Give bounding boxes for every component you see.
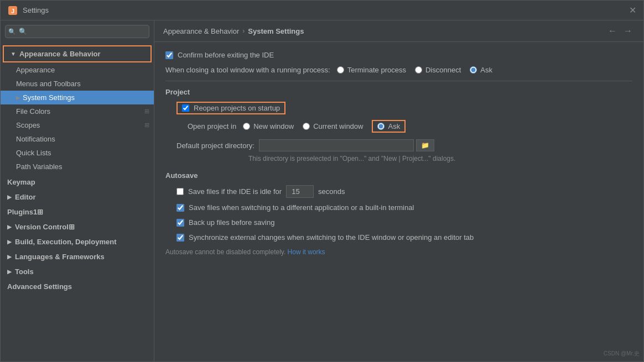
- ask-project-radio[interactable]: [377, 123, 385, 130]
- sidebar-item-label: Menus and Toolbars: [16, 80, 81, 88]
- breadcrumb-parent: Appearance & Behavior: [163, 27, 239, 35]
- version-control-icon: ⊞: [69, 223, 75, 231]
- ask-radio-label[interactable]: Ask: [470, 66, 492, 74]
- backup-row: Back up files before saving: [165, 218, 632, 227]
- chevron-down-icon: ▼: [11, 51, 16, 57]
- sync-label[interactable]: Synchronize external changes when switch…: [176, 233, 474, 242]
- sidebar-item-editor[interactable]: ▶ Editor: [1, 188, 154, 203]
- breadcrumb-separator: ›: [242, 27, 245, 35]
- sidebar-item-appearance[interactable]: Appearance: [1, 63, 154, 77]
- dir-input[interactable]: [259, 139, 414, 151]
- autosave-section-label: Autosave: [165, 171, 632, 180]
- open-project-radio-group: New window Current window Ask: [243, 120, 406, 133]
- confirm-exit-checkbox[interactable]: [165, 51, 173, 59]
- dir-browse-button[interactable]: 📁: [416, 139, 434, 151]
- breadcrumb-current: System Settings: [248, 27, 304, 35]
- sidebar-item-scopes[interactable]: Scopes ⊞: [1, 118, 154, 132]
- project-section-label: Project: [165, 88, 632, 96]
- sidebar: 🔍 ▼ Appearance & Behavior Appearance Men…: [1, 20, 154, 361]
- new-window-radio[interactable]: [243, 123, 250, 130]
- reopen-label[interactable]: Reopen projects on startup: [176, 102, 285, 114]
- save-switching-row: Save files when switching to a different…: [165, 203, 632, 212]
- current-window-radio[interactable]: [303, 123, 310, 130]
- file-colors-icon: ⊞: [144, 108, 149, 115]
- reopen-row: Reopen projects on startup: [176, 102, 632, 114]
- dir-hint: This directory is preselected in "Open..…: [176, 155, 632, 162]
- open-project-label: Open project in: [188, 122, 236, 130]
- chevron-right-icon: ▶: [7, 254, 12, 260]
- divider-1: [165, 81, 632, 81]
- tool-window-label: When closing a tool window with a runnin…: [165, 66, 330, 74]
- save-switching-checkbox[interactable]: [176, 204, 184, 212]
- sidebar-item-notifications[interactable]: Notifications: [1, 132, 154, 146]
- sidebar-item-label: Quick Lists: [16, 149, 51, 157]
- sidebar-item-appearance-behavior[interactable]: ▼ Appearance & Behavior: [3, 45, 152, 62]
- sync-row: Synchronize external changes when switch…: [165, 233, 632, 242]
- sidebar-item-label: Keymap: [7, 178, 35, 186]
- how-it-works-link[interactable]: How it works: [288, 248, 325, 256]
- breadcrumb-nav: ← →: [606, 26, 635, 36]
- dir-row: Default project directory: 📁: [176, 139, 632, 151]
- sidebar-item-languages-frameworks[interactable]: ▶ Languages & Frameworks: [1, 248, 154, 263]
- sidebar-item-plugins[interactable]: Plugins 1 ⊞: [1, 203, 154, 218]
- sidebar-item-label: File Colors: [16, 107, 50, 116]
- svg-text:J: J: [11, 8, 14, 14]
- dir-label: Default project directory:: [176, 141, 255, 150]
- ask-radio[interactable]: [470, 66, 477, 74]
- sidebar-item-label: System Settings: [23, 93, 75, 102]
- main-content: 🔍 ▼ Appearance & Behavior Appearance Men…: [1, 20, 643, 361]
- disconnect-radio-label[interactable]: Disconnect: [415, 66, 461, 74]
- search-icon: 🔍: [8, 28, 16, 35]
- settings-window: J Settings ✕ 🔍 ▼ Appearance & Behavior A…: [0, 0, 644, 362]
- seconds-label: seconds: [318, 187, 345, 196]
- settings-content: Confirm before exiting the IDE When clos…: [154, 42, 643, 265]
- sidebar-item-system-settings[interactable]: ▶ System Settings: [1, 91, 154, 104]
- scopes-icon: ⊞: [144, 122, 149, 129]
- search-box[interactable]: 🔍: [5, 25, 149, 38]
- new-window-radio-label[interactable]: New window: [243, 122, 294, 130]
- sidebar-item-file-colors[interactable]: File Colors ⊞: [1, 104, 154, 118]
- sidebar-item-quick-lists[interactable]: Quick Lists: [1, 146, 154, 160]
- watermark: CSDN @Mr.史: [604, 350, 640, 358]
- sidebar-item-label: Advanced Settings: [7, 282, 72, 291]
- forward-button[interactable]: →: [621, 26, 635, 36]
- sidebar-item-tools[interactable]: ▶ Tools: [1, 263, 154, 278]
- chevron-right-icon: ▶: [7, 224, 12, 230]
- save-idle-checkbox[interactable]: [176, 188, 184, 195]
- backup-label[interactable]: Back up files before saving: [176, 218, 274, 227]
- sidebar-item-path-variables[interactable]: Path Variables: [1, 160, 154, 174]
- confirm-exit-label[interactable]: Confirm before exiting the IDE: [165, 51, 274, 59]
- close-button[interactable]: ✕: [628, 6, 637, 15]
- save-switching-label[interactable]: Save files when switching to a different…: [176, 203, 414, 212]
- current-window-radio-label[interactable]: Current window: [303, 122, 363, 130]
- back-button[interactable]: ←: [606, 26, 619, 36]
- terminate-radio[interactable]: [337, 66, 344, 74]
- save-idle-label[interactable]: Save files if the IDE is idle for: [176, 187, 282, 196]
- terminate-radio-label[interactable]: Terminate process: [337, 66, 406, 74]
- window-title: Settings: [23, 6, 628, 14]
- project-section: Reopen projects on startup Open project …: [176, 102, 632, 162]
- app-icon: J: [7, 5, 18, 16]
- sidebar-item-version-control[interactable]: ▶ Version Control ⊞: [1, 218, 154, 233]
- title-bar: J Settings ✕: [1, 1, 643, 20]
- backup-checkbox[interactable]: [176, 219, 184, 227]
- disconnect-radio[interactable]: [415, 66, 422, 74]
- sync-checkbox[interactable]: [176, 234, 184, 242]
- chevron-right-icon: ▶: [16, 95, 20, 101]
- sidebar-item-advanced-settings[interactable]: Advanced Settings: [1, 278, 154, 293]
- sidebar-item-label: Notifications: [16, 135, 55, 143]
- ask-project-radio-label[interactable]: Ask: [372, 120, 406, 133]
- sidebar-item-label: Path Variables: [16, 162, 63, 171]
- plugins-badge: 1: [33, 208, 37, 216]
- plugins-icon: ⊞: [37, 208, 43, 216]
- search-input[interactable]: [5, 25, 149, 38]
- sidebar-item-menus-toolbars[interactable]: Menus and Toolbars: [1, 77, 154, 91]
- sidebar-item-label: Appearance: [16, 66, 55, 74]
- idle-seconds-input[interactable]: 15: [286, 185, 314, 198]
- autosave-note: Autosave cannot be disabled completely. …: [165, 248, 632, 256]
- reopen-checkbox[interactable]: [182, 104, 189, 112]
- sidebar-item-keymap[interactable]: Keymap: [1, 174, 154, 188]
- chevron-right-icon: ▶: [7, 239, 12, 245]
- sidebar-item-build-execution[interactable]: ▶ Build, Execution, Deployment: [1, 233, 154, 248]
- sidebar-item-label: Scopes: [16, 121, 40, 129]
